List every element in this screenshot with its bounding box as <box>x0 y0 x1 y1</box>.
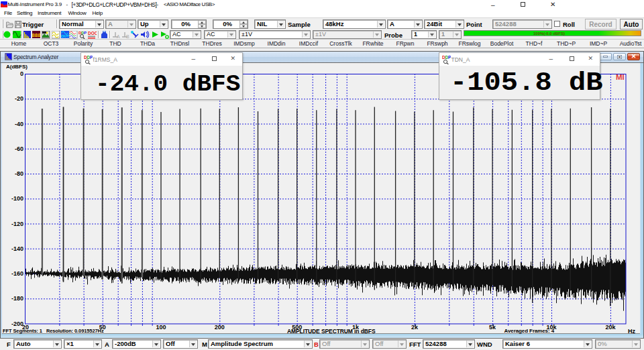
svg-text:DOC: DOC <box>88 31 97 36</box>
svg-text:P: P <box>448 55 451 60</box>
svg-text:A: A <box>117 34 120 39</box>
svg-text:888: 888 <box>32 32 41 38</box>
svg-text:OUT: OUT <box>61 34 69 38</box>
svg-text:P: P <box>90 55 93 60</box>
svg-text:P: P <box>84 31 87 35</box>
svg-text:B: B <box>126 34 129 39</box>
